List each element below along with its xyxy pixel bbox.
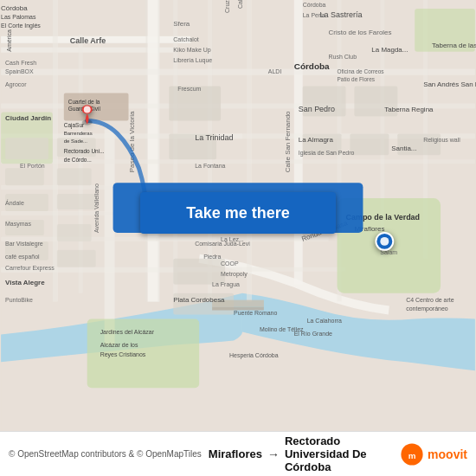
svg-rect-42 bbox=[57, 224, 92, 241]
route-container: Miraflores → Rectorado Universidad De Có… bbox=[209, 434, 393, 473]
svg-text:ALDI: ALDI bbox=[268, 68, 282, 74]
svg-text:Hesperia Córdoba: Hesperia Córdoba bbox=[229, 352, 279, 359]
svg-text:Barrenderas: Barrenderas bbox=[64, 131, 93, 136]
svg-text:Santia...: Santia... bbox=[391, 145, 416, 152]
svg-point-135 bbox=[380, 237, 389, 246]
svg-text:La Fragua: La Fragua bbox=[212, 281, 240, 288]
svg-text:Plata Cordobesa: Plata Cordobesa bbox=[173, 296, 225, 304]
route-to: Rectorado Universidad De Córdoba bbox=[285, 434, 393, 473]
moovit-logo-icon: m bbox=[400, 442, 424, 466]
svg-text:La Perla: La Perla bbox=[303, 12, 325, 18]
svg-text:Oficina de Correos: Oficina de Correos bbox=[338, 68, 384, 74]
svg-text:Librería Luque: Librería Luque bbox=[173, 57, 212, 64]
svg-text:El Corte Inglés: El Corte Inglés bbox=[1, 23, 41, 29]
svg-text:Rush Club: Rush Club bbox=[329, 54, 357, 60]
svg-rect-35 bbox=[5, 168, 44, 185]
svg-text:Religious wall: Religious wall bbox=[423, 137, 460, 144]
svg-rect-40 bbox=[57, 168, 92, 185]
svg-text:Ciudad Jardín: Ciudad Jardín bbox=[5, 114, 51, 122]
svg-rect-4 bbox=[145, 0, 147, 302]
svg-text:CajaSur: CajaSur bbox=[64, 122, 85, 129]
svg-text:Bar Vistalegre: Bar Vistalegre bbox=[5, 241, 43, 248]
svg-text:Kiko Make Up: Kiko Make Up bbox=[173, 47, 211, 54]
svg-text:Calle Arfe: Calle Arfe bbox=[70, 36, 106, 45]
map-container: Calle Arfe Paseo de la Victoria Calle Sa… bbox=[0, 0, 476, 431]
svg-text:COOP: COOP bbox=[221, 261, 239, 267]
svg-text:El Portón: El Portón bbox=[20, 163, 45, 169]
svg-point-137 bbox=[84, 106, 91, 113]
svg-text:Calle Osario: Calle Osario bbox=[237, 0, 243, 9]
svg-text:Agrocor: Agrocor bbox=[5, 81, 27, 88]
svg-text:Cash Fresh: Cash Fresh bbox=[5, 60, 36, 66]
svg-text:San Andrés San Pablo: San Andrés San Pablo bbox=[423, 80, 476, 88]
svg-text:Cruz Conde: Cruz Conde bbox=[224, 0, 230, 13]
svg-text:Carrefour Express: Carrefour Express bbox=[5, 265, 55, 272]
svg-text:Comisaria Juda-Levi: Comisaria Juda-Levi bbox=[195, 241, 250, 247]
svg-text:SpainBOX: SpainBOX bbox=[5, 68, 34, 75]
svg-text:C4 Centro de arte: C4 Centro de arte bbox=[406, 297, 454, 303]
svg-text:Calle San Fernando: Calle San Fernando bbox=[284, 111, 292, 172]
svg-rect-51 bbox=[350, 133, 389, 155]
svg-rect-34 bbox=[5, 138, 48, 159]
route-from: Miraflores bbox=[209, 447, 262, 460]
svg-text:de Sade...: de Sade... bbox=[64, 138, 88, 144]
svg-text:café español: café español bbox=[5, 254, 40, 261]
svg-text:Sfera: Sfera bbox=[173, 20, 190, 28]
svg-text:La Almagra: La Almagra bbox=[299, 136, 334, 144]
svg-text:Córdoba: Córdoba bbox=[303, 2, 326, 8]
svg-text:Frescum: Frescum bbox=[177, 86, 201, 92]
svg-text:Patio de Flores: Patio de Flores bbox=[338, 76, 376, 82]
svg-text:Jardines del Alcázar: Jardines del Alcázar bbox=[100, 329, 155, 335]
svg-text:m: m bbox=[408, 450, 416, 460]
svg-text:San Pedro: San Pedro bbox=[299, 105, 335, 113]
svg-text:Córdoba: Córdoba bbox=[294, 61, 330, 71]
app: Calle Arfe Paseo de la Victoria Calle Sa… bbox=[0, 0, 476, 476]
svg-rect-26 bbox=[247, 0, 252, 302]
svg-rect-8 bbox=[1, 69, 475, 75]
svg-text:Cristo de los Faroles: Cristo de los Faroles bbox=[329, 29, 392, 36]
svg-text:Ándale: Ándale bbox=[5, 199, 24, 206]
svg-text:Iglesia de San Pedro: Iglesia de San Pedro bbox=[299, 150, 355, 157]
svg-text:Córdoba: Córdoba bbox=[1, 4, 28, 12]
svg-text:Catchalot: Catchalot bbox=[173, 36, 199, 42]
svg-text:El Río Grande: El Río Grande bbox=[294, 331, 332, 337]
svg-text:de Córdo...: de Córdo... bbox=[64, 157, 92, 163]
svg-text:La Trinidad: La Trinidad bbox=[195, 133, 233, 142]
svg-text:La Magda...: La Magda... bbox=[371, 46, 408, 54]
copyright-text: © OpenStreetMap contributors & © OpenMap… bbox=[9, 449, 202, 459]
svg-rect-41 bbox=[57, 194, 96, 209]
take-me-there-button[interactable]: Take me there bbox=[140, 192, 336, 234]
route-arrow-icon: → bbox=[267, 447, 280, 461]
svg-text:La Fontana: La Fontana bbox=[195, 163, 225, 169]
svg-text:América: América bbox=[6, 29, 12, 52]
svg-text:Taberna de las Beacillas: Taberna de las Beacillas bbox=[432, 42, 476, 49]
svg-text:Cuartel de la: Cuartel de la bbox=[68, 99, 100, 105]
svg-text:Rectorado Uni...: Rectorado Uni... bbox=[64, 148, 105, 154]
svg-text:Piedra: Piedra bbox=[203, 254, 221, 260]
svg-text:Avenida Vallellano: Avenida Vallellano bbox=[93, 183, 100, 233]
svg-text:Alcázar de los: Alcázar de los bbox=[100, 342, 138, 348]
svg-text:contemporáneo: contemporáneo bbox=[406, 306, 448, 312]
svg-rect-5 bbox=[158, 0, 159, 302]
svg-text:Taberna Regina: Taberna Regina bbox=[384, 106, 434, 113]
svg-text:Reyes Cristianos: Reyes Cristianos bbox=[100, 351, 146, 358]
moovit-brand-text: moovit bbox=[428, 447, 467, 461]
svg-rect-3 bbox=[147, 0, 159, 302]
svg-text:Metropoly: Metropoly bbox=[221, 271, 248, 278]
svg-rect-43 bbox=[57, 250, 96, 267]
bottom-bar: © OpenStreetMap contributors & © OpenMap… bbox=[0, 431, 476, 476]
svg-text:Vista Alegre: Vista Alegre bbox=[5, 279, 45, 286]
svg-text:La Calahorra: La Calahorra bbox=[307, 318, 342, 325]
svg-text:Las Palomas: Las Palomas bbox=[1, 14, 36, 20]
svg-text:PuntoBike: PuntoBike bbox=[5, 297, 33, 303]
moovit-logo: m moovit bbox=[400, 442, 467, 466]
svg-text:Puente Romano: Puente Romano bbox=[234, 310, 277, 316]
svg-text:Masymas: Masymas bbox=[5, 221, 31, 228]
svg-text:La Sastrería: La Sastrería bbox=[320, 10, 363, 19]
